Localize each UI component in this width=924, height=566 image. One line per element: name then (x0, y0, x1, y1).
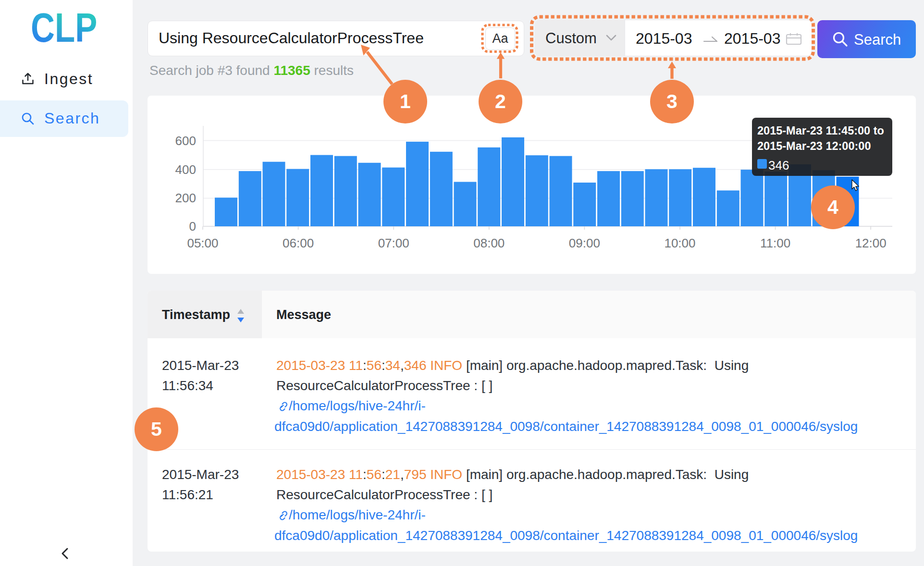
svg-text:0: 0 (189, 219, 196, 234)
svg-text:11:00: 11:00 (760, 236, 790, 250)
svg-text:05:00: 05:00 (187, 236, 218, 250)
svg-text:12:00: 12:00 (855, 236, 887, 250)
svg-text:400: 400 (175, 162, 196, 177)
svg-text:08:00: 08:00 (473, 236, 505, 250)
svg-text:06:00: 06:00 (283, 236, 314, 250)
svg-text:200: 200 (175, 191, 196, 205)
svg-text:600: 600 (175, 134, 196, 148)
svg-text:10:00: 10:00 (664, 236, 695, 250)
svg-text:07:00: 07:00 (378, 236, 409, 250)
svg-text:09:00: 09:00 (569, 236, 600, 250)
